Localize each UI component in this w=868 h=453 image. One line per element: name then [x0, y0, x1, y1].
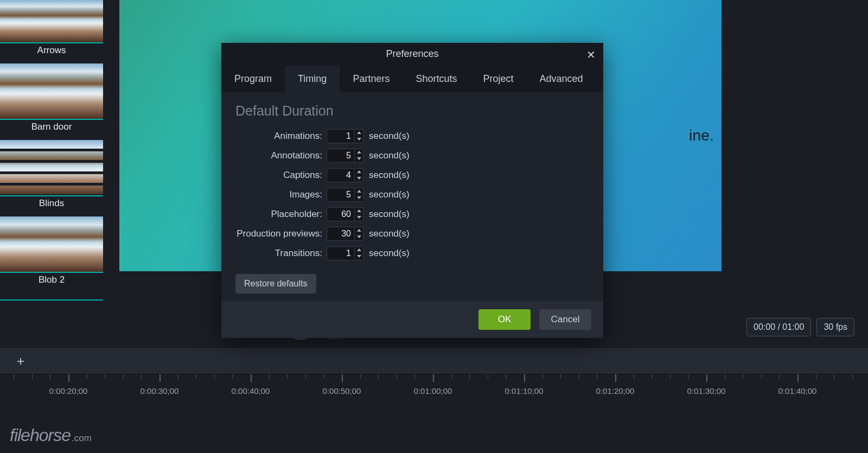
duration-input[interactable]	[327, 246, 355, 260]
spin-up-icon[interactable]	[355, 149, 363, 156]
ruler-tick-minor	[725, 374, 725, 379]
preferences-tabs: ProgramTimingPartnersShortcutsProjectAdv…	[221, 66, 603, 92]
ruler-tick-minor	[743, 374, 743, 379]
ruler-tick-minor	[214, 374, 215, 379]
duration-row: Captions:second(s)	[235, 168, 589, 183]
spin-down-icon[interactable]	[355, 136, 363, 143]
transition-item[interactable]: Blob 2	[0, 216, 103, 290]
dialog-titlebar[interactable]: Preferences ✕	[221, 43, 603, 66]
spin-buttons[interactable]	[355, 149, 363, 163]
spin-down-icon[interactable]	[355, 195, 363, 201]
ruler-tick-label: 0:01:30;00	[687, 386, 726, 395]
duration-input[interactable]	[327, 129, 355, 143]
watermark-name: filehorse	[10, 425, 71, 445]
spin-down-icon[interactable]	[355, 253, 363, 260]
tab-project[interactable]: Project	[470, 66, 526, 92]
transition-label: Arrows	[0, 43, 103, 60]
duration-row: Placeholder:second(s)	[235, 207, 589, 222]
spin-buttons[interactable]	[355, 207, 363, 221]
ruler-tick-label: 0:01:20;00	[596, 386, 635, 395]
fps-badge[interactable]: 30 fps	[816, 318, 854, 336]
ruler-tick-major	[615, 374, 616, 382]
timeline-ruler[interactable]: 0:00:20;000:00:30;000:00:40;000:00:50;00…	[0, 374, 868, 418]
ruler-tick-label: 0:00:50;00	[323, 386, 361, 395]
spin-buttons[interactable]	[355, 246, 363, 260]
spin-up-icon[interactable]	[355, 208, 363, 214]
duration-unit: second(s)	[369, 189, 410, 200]
duration-unit: second(s)	[369, 228, 410, 239]
spin-up-icon[interactable]	[355, 188, 363, 195]
tab-shortcuts[interactable]: Shortcuts	[403, 66, 470, 92]
ruler-tick-major	[797, 374, 799, 382]
spin-down-icon[interactable]	[355, 156, 363, 162]
ruler-tick-label: 0:00:40;00	[232, 386, 270, 395]
ruler-tick-minor	[634, 374, 634, 379]
spin-buttons[interactable]	[355, 188, 363, 202]
tab-advanced[interactable]: Advanced	[526, 66, 596, 92]
transition-item[interactable]: Arrows	[0, 0, 103, 60]
watermark: filehorse .com	[10, 425, 92, 445]
ruler-tick-minor	[816, 374, 816, 379]
ruler-tick-minor	[652, 374, 652, 379]
ruler-tick-label: 0:00:30;00	[141, 386, 179, 395]
transition-thumbnail-partial	[0, 293, 103, 301]
transition-label: Barn door	[0, 120, 103, 137]
duration-row: Transitions:second(s)	[235, 246, 589, 261]
duration-unit: second(s)	[369, 170, 410, 181]
ruler-tick-major	[524, 374, 525, 382]
tab-program[interactable]: Program	[221, 66, 285, 92]
spin-up-icon[interactable]	[355, 227, 363, 234]
ruler-tick-label: 0:01:10;00	[505, 386, 544, 395]
section-title: Default Duration	[235, 103, 589, 119]
transition-item[interactable]: Barn door	[0, 63, 103, 137]
tab-partners[interactable]: Partners	[340, 66, 403, 92]
duration-input[interactable]	[327, 188, 355, 202]
ruler-tick-major	[251, 374, 252, 382]
ruler-tick-minor	[414, 374, 415, 379]
spin-down-icon[interactable]	[355, 234, 363, 240]
ruler-tick-minor	[287, 374, 288, 379]
ruler-tick-minor	[451, 374, 452, 379]
spin-down-icon[interactable]	[355, 214, 363, 221]
transition-item[interactable]: Blinds	[0, 140, 103, 213]
spin-up-icon[interactable]	[355, 130, 363, 136]
spin-up-icon[interactable]	[355, 169, 363, 175]
duration-input[interactable]	[327, 149, 355, 163]
spin-buttons[interactable]	[355, 168, 363, 182]
ruler-tick-minor	[834, 374, 834, 379]
duration-unit: second(s)	[369, 209, 410, 220]
ruler-tick-minor	[469, 374, 470, 379]
transition-label: Blinds	[0, 196, 103, 213]
duration-unit: second(s)	[369, 248, 410, 259]
ruler-tick-minor	[488, 374, 488, 379]
ruler-tick-minor	[14, 374, 14, 379]
ruler-tick-minor	[542, 374, 543, 379]
dialog-footer: OK Cancel	[221, 301, 603, 338]
timecode-badge[interactable]: 00:00 / 01:00	[746, 318, 811, 336]
watermark-tld: .com	[72, 433, 92, 444]
timeline-toolbar: ＋	[0, 347, 868, 374]
add-track-button[interactable]: ＋	[14, 352, 27, 369]
duration-input[interactable]	[327, 227, 355, 241]
ruler-tick-minor	[688, 374, 688, 379]
spin-buttons[interactable]	[355, 227, 363, 241]
ruler-tick-minor	[141, 374, 142, 379]
tab-timing[interactable]: Timing	[285, 66, 340, 92]
spin-buttons[interactable]	[355, 129, 363, 143]
transition-thumbnail	[0, 63, 103, 120]
ruler-tick-minor	[506, 374, 506, 379]
duration-label: Annotations:	[235, 150, 327, 161]
ok-button[interactable]: OK	[478, 309, 531, 330]
restore-defaults-button[interactable]: Restore defaults	[235, 274, 316, 294]
ruler-tick-minor	[761, 374, 762, 379]
spin-down-icon[interactable]	[355, 175, 363, 182]
duration-input[interactable]	[327, 207, 355, 221]
spin-up-icon[interactable]	[355, 247, 363, 253]
cancel-button[interactable]: Cancel	[539, 309, 591, 330]
ruler-tick-major	[159, 374, 161, 382]
ruler-tick-label: 0:01:40;00	[778, 386, 817, 395]
duration-unit: second(s)	[369, 131, 410, 142]
close-icon[interactable]: ✕	[586, 48, 596, 61]
duration-input[interactable]	[327, 168, 355, 182]
transitions-sidebar[interactable]: Arrows Barn door Blinds Blob 2	[0, 0, 103, 347]
